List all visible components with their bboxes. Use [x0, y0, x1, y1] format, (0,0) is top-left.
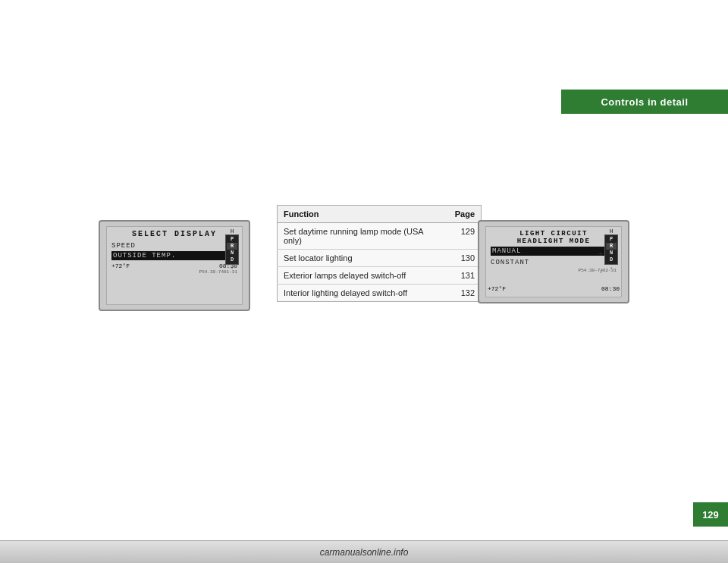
- row1-page: 129: [449, 223, 482, 250]
- left-minus: -: [231, 265, 234, 271]
- page-number-text: 129: [702, 509, 719, 521]
- right-panel-temp: +72°F: [488, 285, 506, 292]
- left-panel-bottom: +72°F 08:30: [111, 263, 237, 269]
- right-panel-code: P54.30-7462-31: [491, 268, 617, 273]
- left-panel-title: SELECT DISPLAY: [111, 230, 237, 238]
- table-row: Set locator lighting 130: [278, 250, 482, 267]
- left-gear-D: D: [231, 256, 234, 263]
- right-minus: -: [610, 265, 613, 271]
- left-menu-outside-temp[interactable]: OUTSIDE TEMP.: [111, 251, 237, 260]
- watermark-text: carmanualsonline.info: [320, 547, 409, 558]
- right-display-panel: LIGHT CIRCUIT HEADLIGHT MODE H P R N D -…: [478, 220, 629, 304]
- right-gear-N: N: [610, 250, 613, 256]
- left-gear-R: R: [227, 243, 237, 250]
- left-gear-indicator: H P R N D -: [225, 228, 239, 271]
- right-panel-time: 08:30: [601, 285, 620, 292]
- right-panel-line2: HEADLIGHT MODE: [491, 237, 617, 245]
- right-gear-D: D: [610, 256, 613, 263]
- right-gear-indicator: H P R N D -: [604, 228, 618, 271]
- right-menu-constant[interactable]: CONSTANT: [491, 259, 617, 266]
- row2-function: Set locator lighting: [278, 250, 449, 267]
- left-gear-P: P: [231, 236, 234, 243]
- right-H: H: [610, 228, 613, 234]
- row4-page: 132: [449, 285, 482, 302]
- table-row: Exterior lamps delayed switch-off 131: [278, 267, 482, 285]
- right-panel-inner: LIGHT CIRCUIT HEADLIGHT MODE H P R N D -…: [485, 226, 622, 297]
- left-display-panel: SELECT DISPLAY H P R N D - SPEED OUTSIDE…: [99, 220, 250, 311]
- right-gear-box: P R N D: [604, 234, 618, 265]
- right-panel-bottom: +72°F 08:30: [486, 285, 621, 292]
- col-function-header: Function: [278, 206, 449, 223]
- row2-page: 130: [449, 250, 482, 267]
- left-panel-temp: +72°F: [111, 263, 130, 269]
- left-panel-code: P54.30-7461-31: [111, 269, 237, 275]
- right-plus-sign: +: [599, 250, 603, 257]
- left-panel-inner: SELECT DISPLAY H P R N D - SPEED OUTSIDE…: [106, 226, 243, 305]
- table-row: Interior lighting delayed switch-off 132: [278, 285, 482, 302]
- page-number-badge: 129: [693, 502, 728, 527]
- left-gear-N: N: [231, 250, 234, 256]
- right-gear-R: R: [606, 243, 617, 250]
- function-table: Function Page Set daytime running lamp m…: [277, 205, 482, 302]
- controls-detail-banner: Controls in detail: [561, 90, 728, 114]
- banner-text: Controls in detail: [601, 96, 688, 108]
- row1-function: Set daytime running lamp mode (USA only): [278, 223, 449, 250]
- right-gear-P: P: [610, 236, 613, 243]
- row3-page: 131: [449, 267, 482, 285]
- row4-function: Interior lighting delayed switch-off: [278, 285, 449, 302]
- right-panel-line1: LIGHT CIRCUIT: [491, 230, 617, 237]
- right-menu-manual[interactable]: MANUAL: [491, 247, 617, 256]
- watermark-bar: carmanualsonline.info: [0, 540, 728, 563]
- left-menu-speed[interactable]: SPEED: [111, 242, 237, 250]
- row3-function: Exterior lamps delayed switch-off: [278, 267, 449, 285]
- right-minus-sign: -: [599, 268, 603, 275]
- left-plus: H: [231, 228, 234, 234]
- col-page-header: Page: [449, 206, 482, 223]
- table-row: Set daytime running lamp mode (USA only)…: [278, 223, 482, 250]
- left-gear-box: P R N D: [225, 234, 239, 265]
